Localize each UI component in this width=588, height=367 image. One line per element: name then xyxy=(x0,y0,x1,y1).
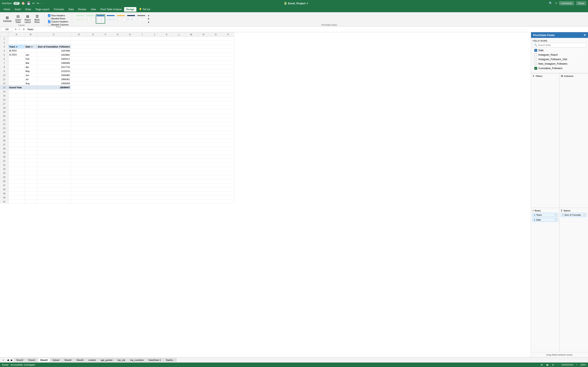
cumulative-chip-info[interactable]: ⓘ xyxy=(583,213,585,216)
style-orange[interactable] xyxy=(116,14,126,24)
col-header-e[interactable]: E xyxy=(87,33,99,36)
gallery-down[interactable]: ▼ xyxy=(147,17,150,20)
cell-a5[interactable]: ⊟ 2023 xyxy=(8,53,25,57)
cell-c10[interactable]: 2583985 xyxy=(37,73,71,77)
autosave-toggle[interactable]: OFF xyxy=(13,2,20,5)
banded-columns-checkbox[interactable]: Banded Columns xyxy=(48,24,69,26)
field-checkbox-instagram-reach[interactable] xyxy=(534,53,537,56)
cell-a3[interactable]: Years ▼ xyxy=(8,45,25,49)
tab-draw[interactable]: Draw xyxy=(23,7,33,12)
col-header-n[interactable]: N xyxy=(198,33,210,36)
help-icon[interactable]: ? xyxy=(555,2,557,5)
sheet-tab-subset[interactable]: Subset xyxy=(50,358,62,362)
style-blue-selected[interactable] xyxy=(96,14,105,24)
cell-rest-8[interactable] xyxy=(71,65,234,69)
cell-a13[interactable]: Grand Total xyxy=(8,85,25,90)
cell-b4[interactable] xyxy=(25,49,37,53)
field-item-instagram-followers-visit[interactable]: Instagram_Followers_Visit xyxy=(533,57,586,62)
cell-a4[interactable]: ⊞ 2022 xyxy=(8,49,25,53)
style-blue-2[interactable] xyxy=(106,14,115,24)
tab-tell-me[interactable]: 💡 Tell me xyxy=(137,7,152,12)
cell-b1[interactable] xyxy=(25,36,37,41)
cell-b11[interactable]: Jul xyxy=(25,77,37,81)
sheet-tab-sheet4[interactable]: Sheet4 xyxy=(62,358,74,362)
cell-c3[interactable]: Sum of Cumulative_Followers xyxy=(37,45,71,49)
cell-b7[interactable]: Mar xyxy=(25,61,37,65)
grand-totals-button[interactable]: ⊟ GrandTotals xyxy=(14,14,22,24)
field-checkbox-instagram-followers-visit[interactable] xyxy=(534,58,537,61)
col-header-p[interactable]: P xyxy=(222,33,234,36)
cell-rest-9[interactable] xyxy=(71,69,234,73)
cell-b13[interactable] xyxy=(25,85,37,90)
cell-a1[interactable] xyxy=(8,36,25,41)
cell-c13[interactable]: 18049447 xyxy=(37,85,71,90)
sheet-nav-right[interactable]: ▶ xyxy=(10,359,13,361)
cell-b8[interactable]: Apr xyxy=(25,65,37,69)
confirm-formula-icon[interactable]: ✓ xyxy=(18,28,21,31)
tab-formulas[interactable]: Formulas xyxy=(52,7,66,12)
cell-rest-12[interactable] xyxy=(71,81,234,85)
tab-pivot-analyse[interactable]: Pivot Table Analyse xyxy=(98,7,124,12)
cell-c12[interactable]: 1950058 xyxy=(37,81,71,85)
rows-chip-date[interactable]: ⊞Date ⓘ xyxy=(532,218,558,222)
cell-rest-4[interactable] xyxy=(71,49,234,53)
col-header-m[interactable]: M xyxy=(185,33,198,36)
col-header-b[interactable]: B xyxy=(25,33,37,36)
cell-a14[interactable] xyxy=(8,90,25,94)
cell-a6[interactable] xyxy=(8,57,25,61)
page-layout-view-button[interactable]: ▦ xyxy=(545,364,549,366)
cell-rest-2[interactable] xyxy=(71,41,234,45)
more-icon[interactable]: ··· xyxy=(41,2,43,4)
cell-b14[interactable] xyxy=(25,90,37,94)
cell-reference-box[interactable] xyxy=(1,27,13,32)
field-item-new-instagram-followers[interactable]: New_Instagram_Followers xyxy=(533,62,586,66)
add-sheet-button[interactable]: + xyxy=(1,358,6,362)
tab-data[interactable]: Data xyxy=(66,7,76,12)
cell-rest-14[interactable] xyxy=(71,90,234,94)
cell-c7[interactable]: 1960006 xyxy=(37,61,71,65)
cell-c9[interactable]: 2222010 xyxy=(37,69,71,73)
normal-view-button[interactable]: ⊞ xyxy=(540,364,544,366)
cell-c2[interactable] xyxy=(37,41,71,45)
field-checkbox-cumulative-followers[interactable]: ✓ xyxy=(534,67,537,70)
cell-a12[interactable] xyxy=(8,81,25,85)
cell-rest-13[interactable] xyxy=(71,85,234,90)
sheet-tab-top-countries[interactable]: top_countries xyxy=(128,358,146,362)
col-header-k[interactable]: K xyxy=(161,33,173,36)
cell-b2[interactable] xyxy=(25,41,37,45)
date-chip-info[interactable]: ⓘ xyxy=(555,218,557,221)
zoom-in-button[interactable]: + xyxy=(576,364,578,366)
style-dark-blue[interactable] xyxy=(126,14,136,24)
cell-a2[interactable] xyxy=(8,41,25,45)
cell-b3[interactable]: Date ▼ xyxy=(25,45,37,49)
sheet-tab-sheet1[interactable]: Sheet1 xyxy=(26,358,38,362)
cell-b9[interactable]: May xyxy=(25,69,37,73)
style-grey[interactable] xyxy=(137,14,146,24)
field-item-instagram-reach[interactable]: Instagram_Reach xyxy=(533,53,586,57)
cell-rest-5[interactable] xyxy=(71,53,234,57)
cell-c5[interactable]: 1653882 xyxy=(37,53,71,57)
cell-rest-11[interactable] xyxy=(71,77,234,81)
field-checkbox-new-instagram-followers[interactable] xyxy=(534,62,537,65)
gallery-up[interactable]: ▲ xyxy=(147,14,150,17)
col-header-i[interactable]: I xyxy=(136,33,148,36)
cell-a8[interactable] xyxy=(8,65,25,69)
field-checkbox-date[interactable]: ✓ xyxy=(534,49,537,52)
redo-icon[interactable]: ↪ xyxy=(36,1,39,5)
cell-c4[interactable]: 1037998 xyxy=(37,49,71,53)
col-header-o[interactable]: O xyxy=(210,33,222,36)
banded-rows-check[interactable] xyxy=(48,17,51,20)
sheet-tab-datasheet1[interactable]: DataSheet 1 xyxy=(146,358,163,362)
banded-columns-check[interactable] xyxy=(48,24,51,26)
col-header-g[interactable]: G xyxy=(112,33,124,36)
share-button[interactable]: Share xyxy=(576,1,586,5)
save-icon[interactable]: 💾 xyxy=(27,1,31,5)
formula-input[interactable] xyxy=(26,27,587,31)
tab-insert[interactable]: Insert xyxy=(13,7,23,12)
col-header-f[interactable]: F xyxy=(99,33,112,36)
field-search-input[interactable] xyxy=(538,44,585,46)
values-chip-cumulative[interactable]: ΣSum of Cumulat... ⓘ xyxy=(561,213,587,217)
row-headers-checkbox[interactable]: Row Headers xyxy=(48,14,69,17)
tab-page-layout[interactable]: Page Layout xyxy=(34,7,51,12)
col-header-j[interactable]: J xyxy=(148,33,161,36)
